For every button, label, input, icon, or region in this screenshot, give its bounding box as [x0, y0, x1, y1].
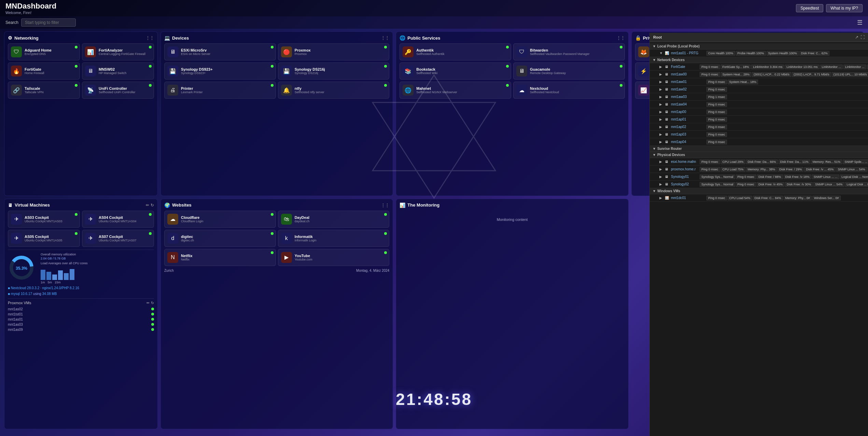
service-card-printer[interactable]: 🖨 Printer Lexmark Printer: [164, 82, 276, 99]
status-dot: [506, 46, 509, 48]
service-card-bitwarden[interactable]: 🛡 Bitwarden Selfhosted Vaultwarden Passw…: [513, 43, 625, 60]
service-card-ntfy[interactable]: 🔔 ntfy Selfhosted ntfy server: [278, 82, 390, 99]
service-card-synology-ds216j[interactable]: 💾 Synology DS216j Synology DS216j: [278, 62, 390, 80]
service-card-adguard-home[interactable]: 🛡 Adguard Home Encrypted DNS: [8, 43, 80, 60]
proxmox-vm-item[interactable]: mnt1as01: [8, 317, 154, 322]
prtg-expand-icon[interactable]: ⛶: [860, 35, 865, 40]
service-icon: 🖥: [516, 66, 527, 76]
devices-grid: 🖥 ESXi MicroSrv ESXi on Micro Server 🔴 P…: [164, 43, 389, 99]
service-card-informatik[interactable]: k Informatik Informatik Login: [278, 230, 390, 247]
vm-refresh-icon[interactable]: ↻: [151, 203, 154, 208]
service-card-nextcloud[interactable]: ☁ Nextcloud Selfhosted Nextcloud: [513, 82, 625, 99]
proxmox-header: Proxmox VMs ✏ ↻: [8, 301, 154, 305]
date-text: Montag, 4. März 2024: [356, 269, 389, 272]
prtg-tree-row[interactable]: ▶ 🖥 Synology01 Synology Sys... NormalPin…: [650, 173, 868, 181]
service-icon: 📊: [85, 46, 96, 57]
prtg-tree-row[interactable]: ▶ 🖥 proxmox.home.r Ping 0 msecCPU Load 7…: [650, 166, 868, 173]
prtg-tree-row[interactable]: ▶ 🖥 FortiGate Ping 0 msecFortiGate Sy...…: [650, 63, 868, 71]
service-card-bookstack[interactable]: 📚 Bookstack Selfhosted Wiki: [400, 62, 511, 80]
whatismyip-button[interactable]: What is my IP?: [826, 4, 863, 12]
vm-item-as07-cockpit[interactable]: ✈ AS07 Cockpit Ubuntu Cockpit MNT1AS07: [82, 230, 154, 247]
service-card-synology-ds923+[interactable]: 💾 Synology DS923+ Synology DS923+: [164, 62, 276, 80]
service-card-mahrnet[interactable]: 🌐 Mahrnet Selfhosted NGINX Webserver: [400, 82, 511, 99]
prtg-tree-row[interactable]: ▶ 🖥 mnt1aw04 Ping 0 msec: [650, 101, 868, 108]
nextcloud-info: ■ Nextcloud 28.0.3.2 · nginx/1.24.0/PHP …: [8, 286, 154, 290]
vm-item-as03-cockpit[interactable]: ✈ AS03 Cockpit Ubuntu Cockpit MNT1AS03: [8, 211, 80, 228]
service-card-guacamole[interactable]: 🖥 Guacamole Remote Desktop Gateway: [513, 62, 625, 80]
memory-used-text: 2.04 GB / 5.78 GB: [41, 257, 87, 260]
service-icon: 🛡: [516, 46, 527, 57]
prtg-tree-row[interactable]: ▶ 🖥 Synology02 Synology Sys... NormalPin…: [650, 181, 868, 188]
prtg-cell: (10119) UPL... 10 Mbit/s: [832, 72, 868, 77]
prtg-tree-row[interactable]: ▶ 🪟 mnt1dc01 Ping 0 msecCPU Load 54%Disk…: [650, 194, 868, 202]
bar-1: [41, 270, 45, 280]
prtg-section-network-devices: ▼ Network Devices: [650, 57, 868, 63]
prtg-tree-row[interactable]: ▶ 🖥 mnt1ap03 Ping 0 msec: [650, 131, 868, 138]
service-card-cloudflare[interactable]: ☁ Cloudflare Cloudflare Login: [164, 211, 276, 228]
prtg-cell: SNMP Linux ... 54%: [836, 167, 867, 172]
prtg-cell: LinkMonitor 13.051 ms: [785, 65, 819, 69]
vm-item-as05-cockpit[interactable]: ✈ AS05 Cockpit Ubuntu Cockpit MNT1AS05: [8, 230, 80, 247]
public-menu-icon[interactable]: ⋮⋮: [617, 36, 625, 40]
prtg-tree-row[interactable]: ▶ 🖥 mnt1ap00 Ping 0 msec: [650, 108, 868, 116]
prtg-cell: CPU Load 75%: [721, 167, 745, 172]
memory-label-overall: Overall memory utilization: [41, 253, 87, 256]
devices-menu-icon[interactable]: ⋮⋮: [381, 36, 389, 40]
proxmox-refresh-icon[interactable]: ↻: [151, 301, 154, 305]
prtg-tree-row[interactable]: ▶ 🖥 mnt1ap02 Ping 0 msec: [650, 123, 868, 131]
service-card-mnsw02[interactable]: 🖥 MNSW02 HP Managed Switch: [82, 62, 154, 80]
vm-edit-icon[interactable]: ✏: [146, 203, 149, 208]
prtg-cell: Synology Sys... Normal: [700, 174, 735, 179]
prtg-tree-row[interactable]: ▶ 🖥 mnt1aw03 Ping 1 msec: [650, 93, 868, 101]
vm-title: 🖥 Virtual Machines: [8, 202, 50, 208]
load-chart: [41, 266, 87, 280]
prtg-tree-row[interactable]: ▶ 🖥 esxi.home.mahn Ping 0 msecCPU Load 2…: [650, 158, 868, 166]
networking-menu-icon[interactable]: ⋮⋮: [146, 36, 154, 40]
vm-item-as04-cockpit[interactable]: ✈ AS04 Cockpit Ubuntu Cockpit MNT1AS04: [82, 211, 154, 228]
proxmox-vm-item[interactable]: mnt1tst01: [8, 312, 154, 317]
prtg-tree-row[interactable]: ▼ 📊 mnt1as01 - PRTG Core Health 100%Prob…: [650, 50, 868, 57]
service-card-unifi-controller[interactable]: 📡 UniFi Controller Selfhosted UniFi Cont…: [82, 82, 154, 99]
prtg-cell: Ping 0 msec: [700, 72, 720, 77]
websites-menu-icon[interactable]: ⋮⋮: [381, 203, 389, 208]
service-info: Tailscale Tailscale VPN: [25, 86, 77, 94]
service-icon: 🛡: [11, 46, 22, 57]
proxmox-vm-item[interactable]: mnt1as02: [8, 307, 154, 312]
service-card-daydeal[interactable]: 🛍 DayDeal daydeal.ch: [278, 211, 390, 228]
prtg-tree-row[interactable]: ▶ 🖥 mnt1aw02 Ping 0 msec: [650, 86, 868, 93]
proxmox-edit-icon[interactable]: ✏: [146, 301, 150, 305]
menu-icon[interactable]: ☰: [857, 19, 863, 26]
service-name: Printer: [181, 86, 273, 90]
service-card-digitec[interactable]: d digitec digitec.ch: [164, 230, 276, 247]
prtg-tree-row[interactable]: ▶ 🖥 mnt1ap04 Ping 0 msec: [650, 138, 868, 146]
service-desc: Selfhosted Authentik: [416, 52, 508, 56]
service-card-youtube[interactable]: ▶ YouTube Youtube.com: [278, 249, 390, 266]
service-card-fortianalyzer[interactable]: 📊 FortiAnalyzer Central Logging FortiGat…: [82, 43, 154, 60]
status-dot: [620, 65, 622, 68]
prtg-cell: System Health 100%: [767, 51, 799, 56]
service-card-fortigate[interactable]: 🔥 FortiGate Home Firewall: [8, 62, 80, 80]
search-label: Search: [5, 20, 18, 25]
prtg-tree-row[interactable]: ▶ 🖥 mnt1aw00 Ping 0 msecSystem Heat... 2…: [650, 71, 868, 78]
prtg-cell: Ping 0 msec: [700, 159, 720, 164]
prtg-external-icon[interactable]: ↗: [855, 35, 858, 40]
prtg-cell: Disk Free: /v 18%: [784, 174, 811, 179]
prtg-tree-row[interactable]: ▶ 🖥 mnt1aw01 Ping 0 msecSystem Heat... 1…: [650, 78, 868, 86]
proxmox-vm-item[interactable]: mnt1as03: [8, 322, 154, 327]
service-card-netflix[interactable]: N Netflix Netflix: [164, 249, 276, 266]
service-card-proxmox[interactable]: 🔴 Proxmox Proxmox: [278, 43, 390, 60]
prtg-tree-row[interactable]: ▶ 🖥 mnt1ap01 Ping 0 msec: [650, 116, 868, 123]
speedtest-button[interactable]: Speedtest: [796, 4, 823, 12]
service-card-tailscale[interactable]: 🔗 Tailscale Tailscale VPN: [8, 82, 80, 99]
proxmox-vm-item[interactable]: mnt1as09: [8, 327, 154, 332]
service-info: Printer Lexmark Printer: [181, 86, 273, 94]
prtg-cell: Disk Free: Da... 66%: [746, 159, 778, 164]
prtg-cell: SNMP Linux ... 54%: [813, 182, 844, 187]
service-icon: 💾: [167, 66, 178, 76]
prtg-cell: Windows Ser... 0#: [812, 196, 841, 200]
status-dot: [384, 84, 387, 87]
service-card-authentik[interactable]: 🔑 Authentik Selfhosted Authentik: [400, 43, 511, 60]
search-input[interactable]: [21, 18, 76, 27]
service-card-esxi-microsrv[interactable]: 🖥 ESXi MicroSrv ESXi on Micro Server: [164, 43, 276, 60]
service-icon: 📚: [403, 66, 414, 76]
